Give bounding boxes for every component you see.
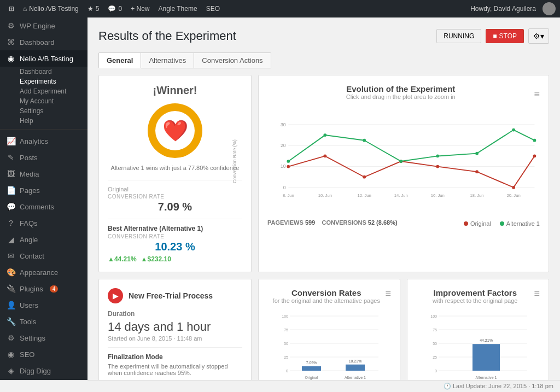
svg-text:8. Jun: 8. Jun [283,193,294,198]
sidebar-sub-settings-nelio[interactable]: Settings [0,106,88,116]
sidebar-item-nelio-label: Nelio A/B Testing [20,55,73,63]
sidebar-item-settings-label: Settings [20,334,45,342]
messages-item[interactable]: 💬 0 [103,0,126,17]
sidebar-item-analytics-label: Analytics [20,137,48,145]
legend-alt1-dot [500,221,504,226]
angle-theme-item[interactable]: Angle Theme [154,0,201,17]
sidebar-sub-my-account[interactable]: My Account [0,96,88,106]
svg-point-24 [287,160,290,163]
svg-rect-60 [472,344,500,371]
posts-icon: ✎ [7,153,15,162]
sidebar-sub-experiments[interactable]: Experiments [0,77,88,86]
experiment-details-card: ▶ New Free-Trial Process Duration 14 day… [98,279,252,380]
stop-button[interactable]: ■ STOP [486,29,524,43]
sidebar-item-nelio[interactable]: ◉ Nelio A/B Testing [0,50,88,67]
legend-alt1-label: Alternative 1 [506,220,540,227]
improvement-title: Improvement Factors [416,288,534,297]
page-header: Results of the Experiment RUNNING ■ STOP… [98,28,549,44]
conversion-rate-label-1: CONVERSION RATE [108,194,242,200]
new-item[interactable]: + New [126,0,154,17]
sidebar-sub-add-experiment[interactable]: Add Experiment [0,86,88,96]
svg-point-30 [512,128,515,132]
improvement-menu-icon[interactable]: ≡ [534,288,540,300]
pageviews-label: PAGEVIEWS [267,219,305,226]
comments-item[interactable]: ★ 5 [83,0,104,17]
gear-button[interactable]: ⚙▾ [528,28,549,44]
users-icon: 👤 [7,301,15,309]
svg-text:30: 30 [281,122,286,127]
site-name: Nelio A/B Testing [29,5,79,13]
appearance-icon: 🎨 [7,268,15,277]
sidebar-sub-help[interactable]: Help [0,116,88,126]
improvement-factors-card: Improvement Factors with respect to the … [407,279,549,380]
sidebar-item-pages[interactable]: 📄 Pages [0,182,88,198]
improvement-svg: Improvement (%) 100 75 50 25 0 [416,311,540,380]
sidebar-item-contact[interactable]: ✉ Contact [0,248,88,264]
sidebar-item-users-label: Users [20,301,38,309]
evolution-menu-icon[interactable]: ≡ [534,89,540,100]
svg-text:14. Jun: 14. Jun [394,193,408,198]
media-icon: 🖼 [7,169,15,178]
sidebar-item-appearance-label: Appearance [20,268,58,277]
chart-legend: Original Alternative 1 [464,220,540,227]
site-name-item[interactable]: ⌂ Nelio A/B Testing [19,0,83,17]
running-button[interactable]: RUNNING [436,29,481,43]
star-icon: ★ [88,5,94,13]
svg-point-20 [436,165,439,168]
sidebar-item-angle-label: Angle [20,236,38,244]
svg-text:Alternative 1: Alternative 1 [345,376,366,379]
sidebar-item-settings[interactable]: ⚙ Settings [0,330,88,346]
page-title: Results of the Experiment [98,29,236,43]
sidebar-item-media[interactable]: 🖼 Media [0,166,88,182]
settings-icon: ⚙ [7,334,15,342]
original-rate: 7.09 % [108,201,242,213]
sidebar-item-digg-digg[interactable]: ◈ Digg Digg [0,362,88,379]
status-bar: 🕐 Last Update: June 22, 2015 · 1:18 pm [0,380,560,392]
sidebar-item-dashboard[interactable]: ⌘ Dashboard [0,34,88,50]
message-count: 0 [118,5,122,13]
finalization-text: The experiment will be automatically sto… [108,363,242,376]
sidebar-item-analytics[interactable]: 📈 Analytics [0,133,88,149]
status-text: 🕐 Last Update: June 22, 2015 · 1:18 pm [444,383,553,390]
sidebar-item-digg-label: Digg Digg [20,367,51,375]
duration-sub: Started on June 8, 2015 · 11:48 am [108,335,242,342]
svg-point-29 [475,152,479,155]
sidebar-item-appearance[interactable]: 🎨 Appearance [0,264,88,280]
seo-item[interactable]: SEO [202,0,224,17]
conversion-rates-title: Conversion Rates [267,288,385,297]
tab-alternatives[interactable]: Alternatives [141,52,194,68]
svg-text:75: 75 [433,328,437,332]
sidebar-item-plugins[interactable]: 🔌 Plugins 4 [0,280,88,297]
svg-point-23 [533,155,536,158]
sidebar-item-wp-engine[interactable]: ⚙ WP Engine [0,17,88,34]
sidebar-item-angle[interactable]: ◢ Angle [0,231,88,248]
svg-text:20: 20 [281,143,286,148]
svg-point-18 [363,175,366,179]
sidebar-item-comments[interactable]: 💬 Comments [0,198,88,215]
svg-point-28 [436,155,439,158]
sidebar-sub-dashboard[interactable]: Dashboard [0,67,88,77]
pages-icon: 📄 [7,186,15,195]
comment-count: 5 [96,5,100,13]
svg-text:Alternative 1: Alternative 1 [476,376,497,379]
sidebar-item-posts[interactable]: ✎ Posts [0,149,88,166]
original-label: Original [108,186,242,192]
svg-text:100: 100 [430,314,437,318]
stop-icon: ■ [493,32,497,40]
svg-text:10: 10 [281,163,286,169]
tab-conversion-actions[interactable]: Conversion Actions [194,52,271,68]
conversion-rates-menu-icon[interactable]: ≡ [385,288,391,300]
sidebar-item-seo[interactable]: ◉ SEO [0,346,88,362]
sidebar-item-tools[interactable]: 🔧 Tools [0,313,88,330]
wp-logo-item[interactable]: ⊞ [4,0,19,17]
dashboard-icon: ⌘ [7,38,15,46]
sidebar-item-users[interactable]: 👤 Users [0,297,88,313]
tab-general[interactable]: General [98,52,141,68]
badge-percent: ▲44.21% [108,255,137,263]
sidebar-item-faqs[interactable]: ? FAQs [0,215,88,231]
svg-rect-46 [346,365,365,371]
svg-point-21 [475,170,479,173]
howdy-text: Howdy, David Aguilera [466,5,540,13]
svg-text:75: 75 [284,328,288,332]
svg-point-26 [363,139,366,142]
